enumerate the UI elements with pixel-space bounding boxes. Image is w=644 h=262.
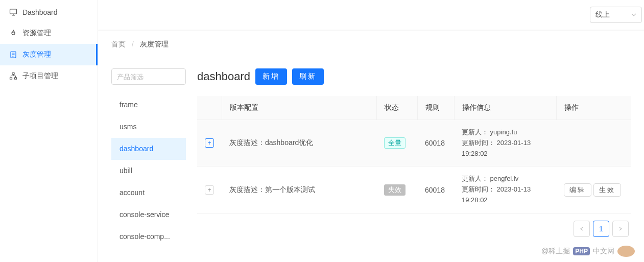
cell-actions	[556, 120, 631, 166]
topbar: 线上	[98, 0, 644, 30]
refresh-button[interactable]: 刷新	[292, 68, 324, 85]
product-item-0[interactable]: frame	[111, 94, 186, 116]
sidebar-item-label: 资源管理	[22, 29, 51, 38]
main-area: 线上 首页 / 灰度管理 frameusmsdashboardubillacco…	[98, 0, 644, 262]
fire-icon	[9, 29, 17, 37]
chevron-down-icon	[631, 11, 636, 19]
env-select-value: 线上	[595, 10, 610, 19]
cell-rule: 60018	[417, 166, 454, 213]
product-item-5[interactable]: console-service	[111, 204, 186, 226]
col-rule: 规则	[417, 96, 454, 120]
expand-icon[interactable]: +	[205, 185, 214, 195]
cell-opinfo: 更新人： pengfei.lv更新时间： 2023-01-13 19:28:02	[454, 166, 556, 213]
sidebar-item-2[interactable]: 灰度管理	[0, 44, 98, 65]
monitor-icon	[9, 8, 17, 16]
sidebar-item-1[interactable]: 资源管理	[0, 22, 98, 44]
page-next[interactable]	[612, 221, 629, 237]
col-actions: 操作	[556, 96, 631, 120]
cell-config: 灰度描述：dashboard优化	[222, 120, 376, 166]
svg-rect-2	[12, 73, 14, 75]
activate-button[interactable]: 生效	[593, 183, 621, 197]
pagination: 1	[197, 213, 631, 237]
status-badge: 全量	[384, 137, 406, 149]
collapse-icon[interactable]: +	[205, 138, 214, 148]
cell-actions: 编辑生效	[556, 166, 631, 213]
product-column: frameusmsdashboardubillaccountconsole-se…	[111, 68, 186, 256]
sidebar-item-label: 子项目管理	[22, 72, 58, 81]
scroll-icon	[9, 51, 17, 59]
breadcrumb-current: 灰度管理	[140, 40, 169, 48]
col-opinfo: 操作信息	[454, 96, 556, 120]
product-item-3[interactable]: ubill	[111, 160, 186, 182]
sitemap-icon	[9, 72, 17, 80]
page-title: dashboard	[197, 70, 250, 83]
sidebar-item-label: Dashboard	[22, 8, 58, 16]
product-item-6[interactable]: console-comp...	[111, 226, 186, 248]
col-config: 版本配置	[222, 96, 376, 120]
status-badge: 失效	[384, 184, 406, 196]
version-table: 版本配置 状态 规则 操作信息 操作 +灰度描述：dashboard优化全量60…	[197, 96, 631, 213]
env-select[interactable]: 线上	[590, 7, 642, 23]
sidebar-item-label: 灰度管理	[22, 50, 51, 59]
table-row: +灰度描述：第一个版本测试失效60018更新人： pengfei.lv更新时间：…	[197, 166, 631, 213]
edit-button[interactable]: 编辑	[564, 183, 591, 197]
sidebar: Dashboard资源管理灰度管理子项目管理	[0, 0, 98, 262]
sidebar-item-3[interactable]: 子项目管理	[0, 65, 98, 87]
right-pane: dashboard 新增 刷新 版本配置 状态 规则 操作信息 操作	[197, 68, 631, 256]
product-item-1[interactable]: usms	[111, 116, 186, 138]
product-item-2[interactable]: dashboard	[111, 138, 186, 160]
chevron-left-icon	[580, 227, 584, 231]
breadcrumb-separator: /	[132, 40, 134, 48]
table-row: +灰度描述：dashboard优化全量60018更新人： yuping.fu更新…	[197, 120, 631, 166]
page-number[interactable]: 1	[593, 221, 609, 237]
svg-rect-4	[15, 78, 17, 79]
chevron-right-icon	[618, 227, 623, 231]
svg-rect-0	[10, 9, 17, 14]
col-status: 状态	[376, 96, 417, 120]
product-filter-input[interactable]	[111, 68, 186, 85]
col-expand	[197, 96, 222, 120]
product-item-4[interactable]: account	[111, 182, 186, 204]
cell-rule: 60018	[417, 120, 454, 166]
svg-rect-3	[10, 78, 12, 79]
cell-opinfo: 更新人： yuping.fu更新时间： 2023-01-13 19:28:02	[454, 120, 556, 166]
title-row: dashboard 新增 刷新	[197, 68, 631, 85]
sidebar-item-0[interactable]: Dashboard	[0, 2, 98, 22]
cell-config: 灰度描述：第一个版本测试	[222, 166, 376, 213]
breadcrumb-home[interactable]: 首页	[111, 40, 126, 48]
breadcrumb: 首页 / 灰度管理	[98, 31, 644, 58]
product-list: frameusmsdashboardubillaccountconsole-se…	[111, 94, 186, 248]
add-button[interactable]: 新增	[255, 68, 287, 85]
page-prev[interactable]	[574, 221, 590, 237]
